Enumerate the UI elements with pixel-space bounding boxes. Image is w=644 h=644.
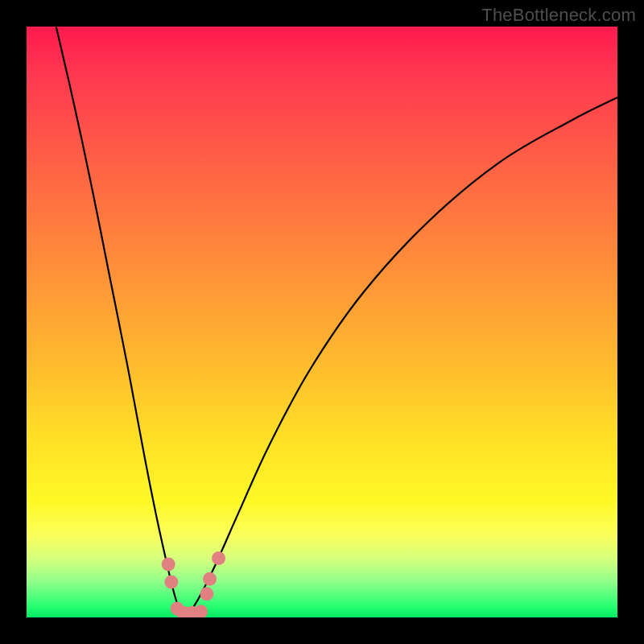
data-markers	[162, 551, 225, 617]
plot-area	[27, 27, 617, 617]
right-curve	[186, 97, 617, 617]
data-marker	[162, 557, 175, 571]
curve-layer	[27, 27, 617, 617]
chart-frame: TheBottleneck.com	[0, 0, 644, 644]
left-curve	[56, 27, 186, 617]
watermark-text: TheBottleneck.com	[481, 5, 636, 26]
data-marker	[203, 572, 217, 586]
data-marker	[164, 575, 178, 588]
data-marker	[194, 605, 208, 617]
data-marker	[200, 587, 213, 601]
data-marker	[212, 551, 225, 565]
